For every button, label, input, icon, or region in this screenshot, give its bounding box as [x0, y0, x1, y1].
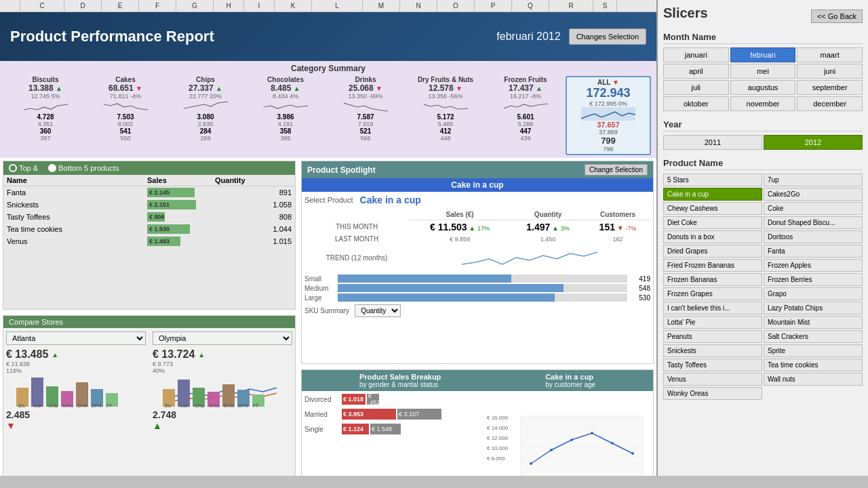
product-slicer-item[interactable]: Fanta	[764, 245, 863, 258]
product-slicer-item[interactable]: 5 Stars	[663, 174, 762, 186]
row-name: Venus	[3, 235, 144, 247]
store1-pct: 116%	[6, 367, 146, 374]
col-o: O	[437, 0, 475, 12]
table-row: Tasty Toffees € 806 808	[3, 211, 295, 223]
product-slicer-item[interactable]: Salt Crackers	[764, 330, 863, 343]
product-slicer-item[interactable]: Diet Coke	[663, 216, 762, 229]
ppr-date-area: februari 2012 Changes Selection	[496, 28, 646, 45]
product-slicer-item[interactable]: Frozen Berries	[764, 273, 863, 286]
month-slicer-item[interactable]: november	[730, 96, 796, 111]
month-slicer-item[interactable]: mei	[730, 64, 796, 79]
product-slicer-item[interactable]: Frozen Grapes	[663, 287, 762, 300]
store2-arrow: ▲	[198, 351, 205, 359]
month-slicer-item[interactable]: april	[663, 64, 729, 79]
top-radio-circle	[9, 164, 17, 172]
product-slicer-item[interactable]: Wonky Oreas	[663, 387, 762, 400]
product-slicer-item[interactable]: Mountain Mist	[764, 316, 863, 329]
product-slicer-grid: 5 Stars7upCake in a cupCakes2GoChewy Cas…	[663, 174, 863, 400]
size-row-large: Large 530	[304, 293, 650, 302]
changes-selection-button[interactable]: Changes Selection	[569, 28, 646, 45]
product-slicer-item[interactable]: Lotta' Pie	[663, 316, 762, 329]
product-slicer-item[interactable]: Frozen Apples	[764, 259, 863, 272]
year-slicer-item[interactable]: 2012	[764, 135, 863, 150]
product-slicer-item[interactable]: Tasty Toffees	[663, 359, 762, 371]
month-slicer-item[interactable]: januari	[663, 47, 729, 62]
this-month-sales-pct: 17%	[477, 225, 490, 232]
row-quantity: 808	[212, 211, 295, 223]
store1-arrow: ▲	[52, 351, 58, 359]
store1-panel: Atlanta € 13.485 ▲ € 11.636 116%	[6, 331, 146, 431]
cat-name-biscuits: Biscuits	[5, 76, 85, 83]
month-slicer-item[interactable]: maart	[797, 47, 863, 62]
month-slicer-item[interactable]: december	[797, 96, 863, 111]
product-slicer-item[interactable]: Wall nuts	[764, 373, 863, 386]
medium-bar-track	[338, 284, 627, 292]
product-slicer-item[interactable]: Sprite	[764, 344, 863, 357]
bottom-radio[interactable]: Bottom 5 products	[48, 164, 119, 172]
gender-row-married: Married € 3.953 € 3.107	[304, 409, 476, 420]
product-slicer-item[interactable]: Peanuts	[663, 330, 762, 343]
store2-bottom: 2.748	[153, 409, 292, 420]
product-slicer-item[interactable]: Fried Frozen Bananas	[663, 259, 762, 272]
product-slicer-item[interactable]: Frozen Bananas	[663, 273, 762, 286]
product-slicer-item[interactable]: Lazy Potato Chips	[764, 302, 863, 314]
slicers-panel: Slicers << Go Back Month Name januarifeb…	[658, 0, 868, 476]
product-slicer-item[interactable]: 7up	[764, 174, 863, 186]
category-summary: Category Summary Biscuits 13.388 ▲ 12.74…	[0, 61, 656, 158]
month-slicer-item[interactable]: juni	[797, 64, 863, 79]
top-label: Top &	[19, 164, 38, 172]
cat-val-all: 172.943	[568, 86, 648, 100]
breakup-right: € 16.000 € 14.000 € 12.000 € 10.000 € 8.…	[479, 394, 650, 476]
svg-text:FF: FF	[253, 403, 259, 408]
month-slicer-item[interactable]: februari	[730, 47, 796, 62]
product-slicer-item[interactable]: Tea time cookies	[764, 359, 863, 371]
cat-name-cakes: Cakes	[85, 76, 165, 83]
svg-text:Choc: Choc	[62, 403, 74, 408]
row-quantity: 891	[212, 186, 295, 199]
cat-col-chips: Chips 27.337 ▲ 22.777 20% 3.080 2.635 28…	[165, 76, 245, 155]
store2-select[interactable]: Olympia	[153, 331, 292, 345]
product-slicer-item[interactable]: Chewy Cashews	[663, 202, 762, 215]
year-slicer-item[interactable]: 2011	[663, 135, 762, 150]
svg-point-44	[631, 452, 634, 455]
month-slicer-item[interactable]: september	[797, 80, 863, 95]
product-slicer-item[interactable]: Dried Grapes	[663, 245, 762, 258]
product-slicer-item[interactable]: Doritoos	[764, 230, 863, 243]
svg-text:DFN: DFN	[238, 403, 248, 408]
all-sub-value: 37.657	[568, 121, 648, 129]
svg-text:FF: FF	[106, 403, 113, 408]
product-slicer-item[interactable]: Grapo	[764, 287, 863, 300]
product-slicer-item[interactable]: Venus	[663, 373, 762, 386]
product-slicer-item[interactable]: Donuts in a box	[663, 230, 762, 243]
go-back-button[interactable]: << Go Back	[811, 9, 863, 23]
cat-col-drinks: Drinks 25.068 ▼ 13.350 -99% 7.587 7.919 …	[326, 76, 406, 155]
month-slicer-item[interactable]: juli	[663, 80, 729, 95]
top-radio[interactable]: Top &	[9, 164, 38, 172]
month-slicer-item[interactable]: oktober	[663, 96, 729, 111]
breakup-left-sub: by gender & marital status	[359, 381, 441, 388]
select-product-row: Select Product Cake in a cup	[304, 195, 650, 205]
compare-stores-row: Atlanta € 13.485 ▲ € 11.636 116%	[6, 331, 292, 431]
this-month-cust-pct: -7%	[625, 225, 636, 232]
product-slicer-item[interactable]: I can't believe this i...	[663, 302, 762, 314]
svg-text:Bis: Bis	[165, 403, 172, 408]
product-slicer-item[interactable]: Coke	[764, 202, 863, 215]
breakup-right-title: Cake in a cup	[545, 373, 595, 381]
store1-select[interactable]: Atlanta	[6, 331, 146, 345]
sku-select[interactable]: Quantity Sales	[355, 304, 401, 317]
svg-text:DFN: DFN	[92, 403, 101, 408]
large-value: 530	[630, 294, 650, 302]
size-bars: Small 419 Medium	[304, 274, 650, 302]
sales-value: € 2.145	[149, 189, 170, 196]
month-slicer-item[interactable]: augustus	[730, 80, 796, 95]
spotlight-change-selection-button[interactable]: Change Selection	[585, 164, 648, 176]
product-slicer-item[interactable]: Snickests	[663, 344, 762, 357]
product-slicer-item[interactable]: Donut Shaped Biscu...	[764, 216, 863, 229]
product-slicer-item[interactable]: Cakes2Go	[764, 188, 863, 201]
row-quantity: 1.044	[212, 223, 295, 235]
large-bar-track	[338, 293, 627, 302]
divorced-female-bar: € .452	[367, 394, 379, 405]
product-slicer-item[interactable]: Cake in a cup	[663, 188, 762, 201]
cat-col-biscuits: Biscuits 13.388 ▲ 12.745 5% 4.728 4.351 …	[5, 76, 85, 155]
col-headers: C D E F G H I K L M N O P Q R S	[0, 0, 656, 12]
